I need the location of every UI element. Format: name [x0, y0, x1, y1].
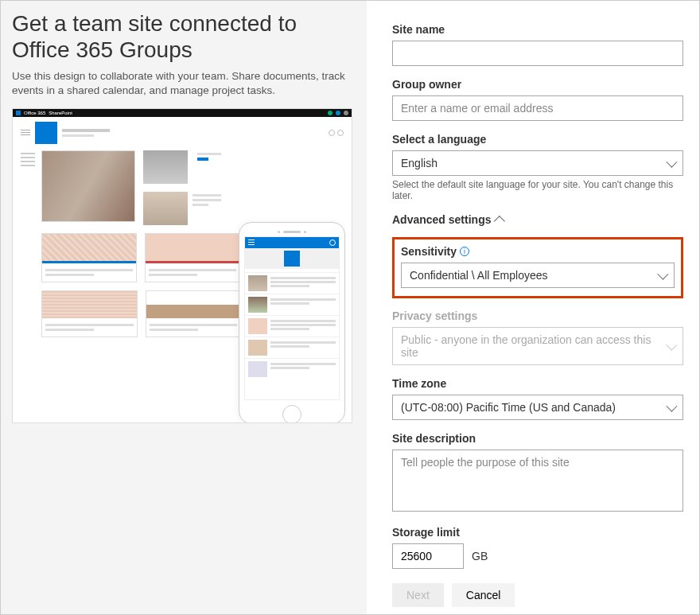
sensitivity-select[interactable]: Confidential \ All Employees — [401, 263, 675, 288]
description-label: Site description — [392, 432, 683, 445]
site-name-label: Site name — [392, 23, 683, 36]
language-value: English — [401, 157, 438, 169]
storage-label: Storage limit — [392, 526, 683, 539]
preview-nav — [21, 150, 35, 331]
form-pane: Site name Group owner Select a language … — [367, 1, 699, 614]
chevron-down-icon — [657, 269, 668, 280]
left-info-pane: Get a team site connected to Office 365 … — [1, 1, 367, 614]
preview-menu-icon — [21, 128, 30, 137]
language-label: Select a language — [392, 133, 683, 146]
advanced-settings-toggle[interactable]: Advanced settings — [392, 213, 683, 226]
chevron-down-icon — [666, 401, 677, 412]
site-preview: Office 365 SharePoint — [12, 108, 352, 423]
language-select[interactable]: English — [392, 150, 683, 176]
preview-phone — [239, 222, 345, 423]
timezone-label: Time zone — [392, 377, 683, 390]
privacy-select: Public - anyone in the organization can … — [392, 327, 683, 365]
chevron-down-icon — [666, 340, 677, 351]
pane-description: Use this design to collaborate with your… — [12, 69, 352, 98]
group-owner-input[interactable] — [392, 95, 683, 121]
description-textarea[interactable] — [392, 450, 683, 512]
info-icon[interactable]: i — [460, 247, 469, 256]
preview-browser-chrome: Office 365 SharePoint — [13, 109, 352, 117]
chevron-up-icon — [494, 216, 505, 227]
pane-title: Get a team site connected to Office 365 … — [12, 10, 352, 63]
timezone-value: (UTC-08:00) Pacific Time (US and Canada) — [401, 401, 616, 414]
preview-site-logo — [35, 122, 57, 144]
cancel-button[interactable]: Cancel — [452, 583, 515, 607]
timezone-select[interactable]: (UTC-08:00) Pacific Time (US and Canada) — [392, 395, 683, 420]
storage-input[interactable] — [392, 543, 464, 569]
site-name-input[interactable] — [392, 41, 683, 66]
privacy-value: Public - anyone in the organization can … — [401, 333, 667, 359]
group-owner-label: Group owner — [392, 78, 683, 91]
sensitivity-highlight: Sensitivity i Confidential \ All Employe… — [392, 237, 683, 298]
privacy-label: Privacy settings — [392, 309, 683, 322]
next-button[interactable]: Next — [392, 583, 444, 607]
storage-unit: GB — [472, 550, 488, 562]
sensitivity-label: Sensitivity — [401, 245, 457, 258]
sensitivity-value: Confidential \ All Employees — [410, 269, 548, 282]
chevron-down-icon — [666, 157, 677, 168]
language-helper: Select the default site language for you… — [392, 179, 683, 201]
create-site-dialog: Get a team site connected to Office 365 … — [0, 0, 700, 615]
